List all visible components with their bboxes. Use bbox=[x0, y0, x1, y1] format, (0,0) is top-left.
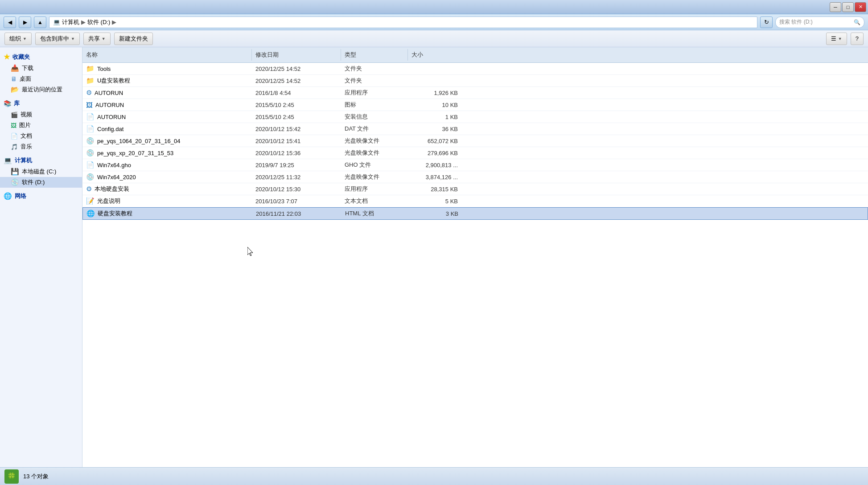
help-button[interactable]: ? bbox=[851, 33, 864, 45]
organize-arrow-icon: ▼ bbox=[23, 37, 27, 41]
sidebar-item-doc[interactable]: 📄 文档 bbox=[0, 131, 82, 141]
sidebar-header-favorites[interactable]: ★ 收藏夹 bbox=[0, 51, 82, 63]
table-row[interactable]: 📁U盘安装教程2020/12/25 14:52文件夹 bbox=[82, 75, 868, 87]
include-library-button[interactable]: 包含到库中 ▼ bbox=[35, 33, 80, 45]
file-date: 2015/5/10 2:45 bbox=[252, 100, 341, 110]
share-button[interactable]: 共享 ▼ bbox=[83, 33, 111, 45]
desktop-icon: 🖥 bbox=[11, 75, 17, 82]
file-name-cell: 💿pe_yqs_1064_20_07_31_16_04 bbox=[82, 135, 252, 147]
sidebar-item-video[interactable]: 🎬 视频 bbox=[0, 109, 82, 120]
sidebar-item-disk-d[interactable]: 💿 软件 (D:) bbox=[0, 177, 82, 188]
forward-button[interactable]: ▶ bbox=[19, 16, 31, 28]
file-size: 279,696 KB bbox=[408, 148, 461, 158]
breadcrumb-sep1: ▶ bbox=[81, 19, 86, 25]
include-library-arrow-icon: ▼ bbox=[71, 37, 75, 41]
doc-icon: 📄 bbox=[11, 133, 18, 140]
sidebar-favorites-label: 收藏夹 bbox=[12, 53, 30, 61]
sidebar-music-label: 音乐 bbox=[21, 143, 32, 151]
table-row[interactable]: 💿pe_yqs_xp_20_07_31_15_532020/10/12 15:3… bbox=[82, 147, 868, 159]
sidebar-item-image[interactable]: 🖼 图片 bbox=[0, 120, 82, 131]
file-name: 光盘说明 bbox=[97, 197, 120, 205]
col-size-header[interactable]: 大小 bbox=[408, 49, 461, 61]
file-type: 光盘映像文件 bbox=[341, 147, 408, 159]
col-name-header[interactable]: 名称 bbox=[82, 49, 252, 61]
file-type: 光盘映像文件 bbox=[341, 135, 408, 147]
recent-icon: 📂 bbox=[11, 86, 19, 94]
table-row[interactable]: 🖼AUTORUN2015/5/10 2:45图标10 KB bbox=[82, 99, 868, 111]
file-list: 📁Tools2020/12/25 14:52文件夹📁U盘安装教程2020/12/… bbox=[82, 63, 868, 467]
sidebar-download-label: 下载 bbox=[22, 64, 33, 72]
image-icon: 🖼 bbox=[11, 122, 16, 129]
music-icon: 🎵 bbox=[11, 144, 18, 150]
table-row[interactable]: ⚙本地硬盘安装2020/10/12 15:30应用程序28,315 KB bbox=[82, 183, 868, 195]
file-list-header: 名称 修改日期 类型 大小 bbox=[82, 47, 868, 63]
sidebar-doc-label: 文档 bbox=[21, 132, 32, 140]
file-name: U盘安装教程 bbox=[97, 77, 130, 85]
breadcrumb-computer[interactable]: 计算机 bbox=[62, 18, 79, 26]
sidebar-desktop-label: 桌面 bbox=[20, 75, 31, 83]
search-box[interactable]: 搜索 软件 (D:) 🔍 bbox=[775, 16, 864, 28]
network-icon: 🌐 bbox=[4, 192, 12, 200]
file-type: 应用程序 bbox=[341, 87, 408, 99]
file-date: 2020/10/12 15:41 bbox=[252, 136, 341, 146]
sidebar-header-library[interactable]: 📚 库 bbox=[0, 98, 82, 109]
back-button[interactable]: ◀ bbox=[4, 16, 16, 28]
file-name: AUTORUN bbox=[97, 114, 126, 120]
sidebar-computer-label: 计算机 bbox=[15, 156, 32, 164]
breadcrumb-drive[interactable]: 软件 (D:) bbox=[87, 18, 110, 26]
sidebar-image-label: 图片 bbox=[19, 121, 31, 129]
search-placeholder: 搜索 软件 (D:) bbox=[779, 18, 813, 26]
table-row[interactable]: 📄AUTORUN2015/5/10 2:45安装信息1 KB bbox=[82, 111, 868, 123]
sidebar-header-network[interactable]: 🌐 网络 bbox=[0, 190, 82, 202]
refresh-button[interactable]: ↻ bbox=[760, 16, 773, 28]
table-row[interactable]: 📁Tools2020/12/25 14:52文件夹 bbox=[82, 63, 868, 75]
table-row[interactable]: 📄Win7x64.gho2019/9/7 19:25GHO 文件2,900,81… bbox=[82, 159, 868, 171]
sidebar-section-favorites: ★ 收藏夹 📥 下载 🖥 桌面 📂 最近访问的位置 bbox=[0, 51, 82, 95]
up-button[interactable]: ▲ bbox=[34, 16, 46, 28]
file-type: 文件夹 bbox=[341, 63, 408, 74]
file-size bbox=[408, 79, 461, 82]
sidebar-item-disk-c[interactable]: 💾 本地磁盘 (C:) bbox=[0, 166, 82, 177]
organize-label: 组织 bbox=[9, 35, 21, 43]
organize-button[interactable]: 组织 ▼ bbox=[4, 33, 32, 45]
sidebar-header-computer[interactable]: 💻 计算机 bbox=[0, 155, 82, 166]
sidebar: ★ 收藏夹 📥 下载 🖥 桌面 📂 最近访问的位置 📚 库 bbox=[0, 47, 82, 467]
close-button[interactable]: ✕ bbox=[855, 2, 866, 12]
help-icon: ? bbox=[856, 35, 859, 42]
file-name: AUTORUN bbox=[95, 90, 123, 96]
file-name-cell: 📁U盘安装教程 bbox=[82, 75, 252, 86]
col-type-header[interactable]: 类型 bbox=[341, 49, 408, 61]
file-name-cell: 💿Win7x64_2020 bbox=[82, 171, 252, 183]
file-size: 1,926 KB bbox=[408, 88, 461, 98]
table-row[interactable]: 🌐硬盘安装教程2016/11/21 22:03HTML 文档3 KB bbox=[82, 207, 868, 220]
file-name: Tools bbox=[97, 66, 111, 72]
file-date: 2016/11/21 22:03 bbox=[252, 209, 341, 219]
table-row[interactable]: 📝光盘说明2016/10/23 7:07文本文档5 KB bbox=[82, 195, 868, 207]
file-size: 652,072 KB bbox=[408, 136, 461, 146]
sidebar-item-recent[interactable]: 📂 最近访问的位置 bbox=[0, 84, 82, 95]
table-row[interactable]: ⚙AUTORUN2016/1/8 4:54应用程序1,926 KB bbox=[82, 87, 868, 99]
sidebar-item-music[interactable]: 🎵 音乐 bbox=[0, 141, 82, 152]
video-icon: 🎬 bbox=[11, 111, 18, 118]
col-date-header[interactable]: 修改日期 bbox=[252, 49, 341, 61]
file-type-icon: 🌐 bbox=[86, 210, 95, 218]
view-button[interactable]: ☰ ▼ bbox=[826, 33, 847, 45]
new-folder-button[interactable]: 新建文件夹 bbox=[114, 33, 153, 45]
new-folder-label: 新建文件夹 bbox=[119, 35, 148, 43]
file-date: 2019/9/7 19:25 bbox=[252, 160, 341, 170]
file-type-icon: 📁 bbox=[86, 65, 95, 73]
file-name-cell: 📝光盘说明 bbox=[82, 195, 252, 207]
table-row[interactable]: 💿Win7x64_20202020/12/25 11:32光盘映像文件3,874… bbox=[82, 171, 868, 183]
sidebar-item-desktop[interactable]: 🖥 桌面 bbox=[0, 74, 82, 84]
disk-c-icon: 💾 bbox=[11, 168, 19, 176]
file-size: 5 KB bbox=[408, 196, 461, 206]
breadcrumb[interactable]: 💻 计算机 ▶ 软件 (D:) ▶ bbox=[49, 16, 757, 28]
file-date: 2016/1/8 4:54 bbox=[252, 88, 341, 98]
sidebar-item-download[interactable]: 📥 下载 bbox=[0, 63, 82, 74]
maximize-button[interactable]: □ bbox=[842, 2, 854, 12]
view-icon: ☰ bbox=[831, 35, 836, 42]
table-row[interactable]: 💿pe_yqs_1064_20_07_31_16_042020/10/12 15… bbox=[82, 135, 868, 147]
minimize-button[interactable]: ─ bbox=[830, 2, 841, 12]
table-row[interactable]: 📄Config.dat2020/10/12 15:42DAT 文件36 KB bbox=[82, 123, 868, 135]
status-app-icon: 🍀 bbox=[4, 469, 19, 484]
